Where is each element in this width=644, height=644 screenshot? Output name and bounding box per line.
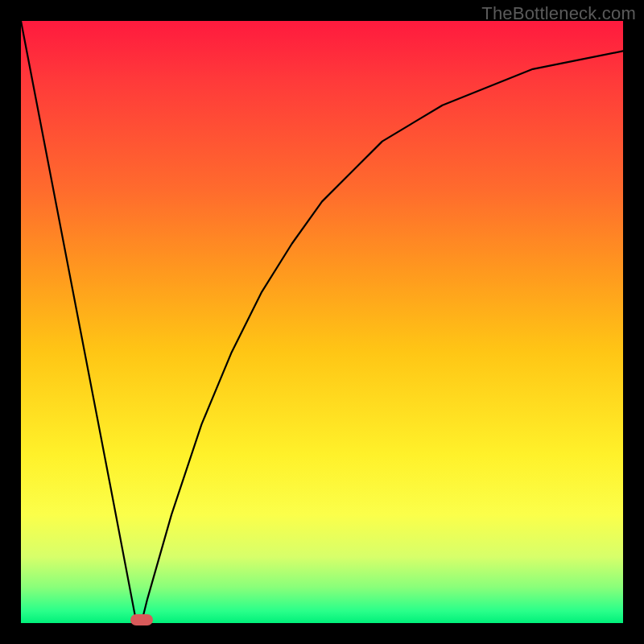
watermark-text: TheBottleneck.com (481, 3, 636, 24)
bottleneck-marker (130, 614, 153, 625)
chart-frame: TheBottleneck.com (0, 0, 644, 644)
bottleneck-curve (21, 21, 623, 623)
plot-area (21, 21, 623, 623)
